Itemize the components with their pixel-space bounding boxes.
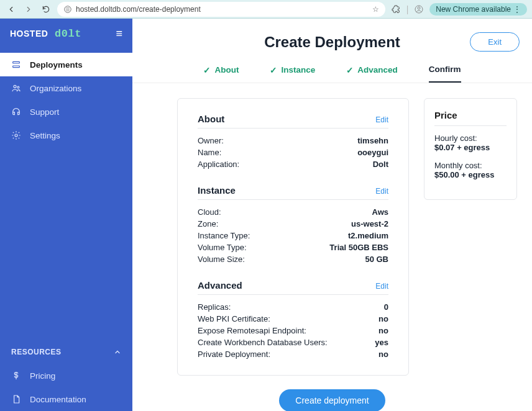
- deployments-icon: [11, 60, 21, 70]
- url-bar[interactable]: hosted.doltdb.com/create-deployment ☆: [57, 2, 385, 17]
- site-info-icon: [63, 5, 72, 14]
- instance-section: Instance Edit Cloud:Aws Zone:us-west-2 I…: [198, 185, 388, 265]
- row-replicas: Replicas:0: [198, 301, 388, 313]
- row-cloud: Cloud:Aws: [198, 206, 388, 218]
- page-title: Create Deployment: [264, 34, 400, 51]
- price-title: Price: [434, 110, 507, 126]
- row-workbench-users: Create Workbench Database Users:yes: [198, 336, 388, 348]
- edit-advanced-link[interactable]: Edit: [375, 282, 388, 291]
- advanced-section: Advanced Edit Replicas:0 Web PKI Certifi…: [198, 280, 388, 360]
- sidebar-item-documentation[interactable]: Documentation: [0, 387, 132, 411]
- dollar-icon: [11, 371, 21, 381]
- gear-icon: [11, 130, 21, 140]
- edit-about-link[interactable]: Edit: [375, 115, 388, 124]
- sidebar-item-label: Support: [30, 107, 59, 117]
- sidebar-item-deployments[interactable]: Deployments: [0, 53, 132, 76]
- summary-card: About Edit Owner:timsehn Name:ooeygui Ap…: [177, 98, 409, 376]
- step-tabs: ✓About ✓Instance ✓Advanced Confirm: [132, 56, 532, 83]
- price-card: Price Hourly cost: $0.07 + egress Monthl…: [424, 98, 517, 200]
- main-content: Create Deployment Exit ✓About ✓Instance …: [132, 19, 532, 411]
- logo[interactable]: HOSTED d0lt: [10, 28, 81, 40]
- sidebar-item-label: Organizations: [30, 84, 81, 93]
- section-title-advanced: Advanced: [198, 280, 242, 291]
- exit-button[interactable]: Exit: [470, 32, 520, 52]
- sidebar-item-organizations[interactable]: Organizations: [0, 76, 132, 100]
- sidebar-item-label: Pricing: [30, 371, 55, 381]
- row-private: Private Deployment:no: [198, 348, 388, 360]
- url-text: hosted.doltdb.com/create-deployment: [76, 5, 201, 14]
- row-owner: Owner:timsehn: [198, 135, 388, 147]
- forward-button[interactable]: [22, 3, 35, 16]
- step-about[interactable]: ✓About: [203, 65, 239, 83]
- profile-icon[interactable]: [413, 4, 424, 15]
- back-button[interactable]: [5, 3, 17, 16]
- svg-rect-7: [13, 66, 20, 68]
- chevron-up-icon: [114, 348, 121, 356]
- sidebar-item-label: Deployments: [30, 60, 83, 70]
- svg-point-9: [17, 86, 19, 88]
- section-title-instance: Instance: [198, 185, 236, 196]
- reload-button[interactable]: [40, 3, 52, 16]
- sidebar-item-label: Settings: [30, 131, 60, 140]
- new-chrome-badge[interactable]: New Chrome available ⋮: [429, 3, 527, 16]
- price-monthly: Monthly cost: $50.00 + egress: [434, 161, 507, 179]
- browser-chrome: hosted.doltdb.com/create-deployment ☆ | …: [0, 0, 532, 19]
- section-title-about: About: [198, 114, 224, 124]
- row-name: Name:ooeygui: [198, 147, 388, 158]
- sidebar-item-pricing[interactable]: Pricing: [0, 364, 132, 387]
- row-volume-type: Volume Type:Trial 50GB EBS: [198, 242, 388, 253]
- extensions-icon[interactable]: [390, 4, 401, 15]
- resources-toggle[interactable]: RESOURCES: [0, 340, 132, 364]
- star-icon[interactable]: ☆: [372, 5, 379, 14]
- step-confirm[interactable]: Confirm: [429, 65, 461, 83]
- svg-point-8: [14, 85, 16, 88]
- check-icon: ✓: [346, 65, 354, 75]
- kebab-icon: ⋮: [513, 5, 521, 14]
- row-instance-type: Instance Type:t2.medium: [198, 230, 388, 242]
- edit-instance-link[interactable]: Edit: [375, 187, 388, 196]
- about-section: About Edit Owner:timsehn Name:ooeygui Ap…: [198, 114, 388, 170]
- support-icon: [11, 107, 21, 117]
- row-zone: Zone:us-west-2: [198, 218, 388, 230]
- row-volume-size: Volume Size:50 GB: [198, 253, 388, 265]
- step-advanced[interactable]: ✓Advanced: [346, 65, 398, 83]
- organizations-icon: [11, 83, 21, 93]
- sidebar-item-settings[interactable]: Settings: [0, 124, 132, 147]
- check-icon: ✓: [270, 65, 277, 75]
- row-application: Application:Dolt: [198, 158, 388, 170]
- create-deployment-button[interactable]: Create deployment: [279, 389, 385, 411]
- document-icon: [11, 394, 21, 404]
- check-icon: ✓: [203, 65, 211, 75]
- svg-rect-6: [13, 61, 20, 63]
- row-web-pki: Web PKI Certificate:no: [198, 313, 388, 325]
- sidebar-item-support[interactable]: Support: [0, 100, 132, 124]
- svg-point-10: [15, 134, 17, 137]
- step-instance[interactable]: ✓Instance: [270, 65, 315, 83]
- svg-point-5: [418, 7, 420, 9]
- price-hourly: Hourly cost: $0.07 + egress: [434, 133, 507, 152]
- row-remotesapi: Expose Remotesapi Endpoint:no: [198, 325, 388, 336]
- menu-toggle-icon[interactable]: ≡: [116, 27, 122, 40]
- sidebar-item-label: Documentation: [30, 395, 86, 404]
- sidebar: HOSTED d0lt ≡ Deployments Organizations …: [0, 19, 132, 411]
